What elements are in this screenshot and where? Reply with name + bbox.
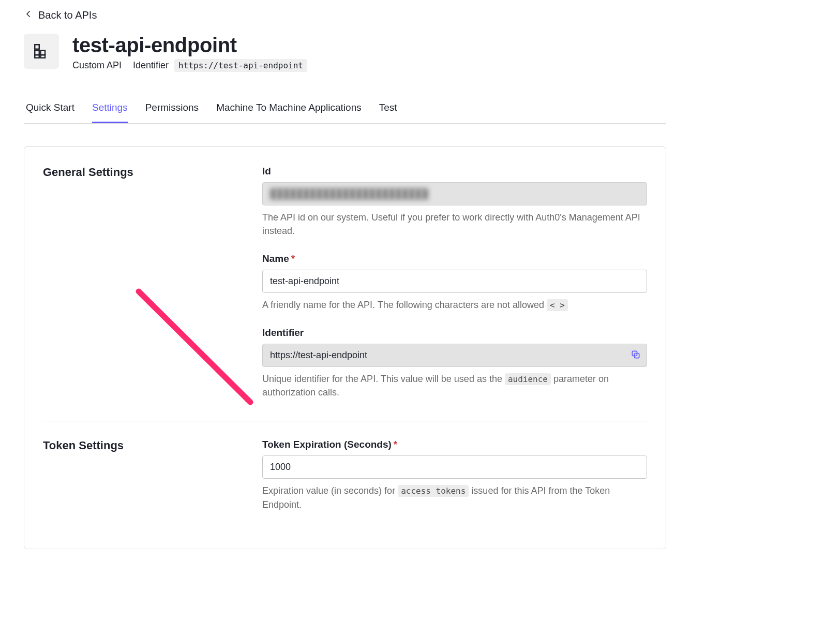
copy-identifier-button[interactable] [629, 349, 642, 362]
arrow-left-icon [24, 9, 33, 21]
back-to-apis-link[interactable]: Back to APIs [0, 5, 666, 24]
help-identifier: Unique identifier for the API. This valu… [262, 372, 647, 399]
help-token-expiration: Expiration value (in seconds) for access… [262, 484, 647, 511]
api-type-label: Custom API [72, 60, 122, 71]
field-name: Name* A friendly name for the API. The f… [262, 253, 647, 312]
svg-rect-4 [35, 55, 39, 58]
help-id: The API id on our system. Useful if you … [262, 211, 647, 238]
identifier-value-badge: https://test-api-endpoint [174, 59, 307, 72]
label-name: Name* [262, 253, 647, 264]
identifier-label: Identifier [133, 60, 169, 70]
label-id: Id [262, 166, 647, 177]
svg-rect-2 [41, 51, 46, 55]
help-name: A friendly name for the API. The followi… [262, 298, 647, 312]
tab-quick-start[interactable]: Quick Start [26, 102, 74, 123]
api-icon [24, 34, 59, 69]
label-token-expiration: Token Expiration (Seconds)* [262, 439, 647, 450]
settings-panel: General Settings Id ████████████████████… [24, 146, 666, 549]
svg-rect-0 [35, 45, 39, 49]
field-id: Id ████████████████████████ The API id o… [262, 166, 647, 238]
section-title-token: Token Settings [43, 439, 242, 526]
input-id: ████████████████████████ [262, 182, 647, 205]
tab-settings[interactable]: Settings [92, 102, 128, 123]
input-identifier: https://test-api-endpoint [262, 344, 647, 367]
tabs: Quick Start Settings Permissions Machine… [24, 102, 666, 124]
api-title-wrap: test-api-endpoint Custom API Identifier … [72, 34, 307, 71]
copy-icon [631, 349, 641, 362]
tab-m2m-applications[interactable]: Machine To Machine Applications [216, 102, 362, 123]
section-title-general: General Settings [43, 166, 242, 404]
field-identifier: Identifier https://test-api-endpoint Uni… [262, 327, 647, 399]
api-header: test-api-endpoint Custom API Identifier … [0, 24, 666, 71]
input-token-expiration[interactable] [262, 455, 647, 479]
label-identifier: Identifier [262, 327, 647, 339]
api-title: test-api-endpoint [72, 34, 307, 57]
section-general-settings: General Settings Id ████████████████████… [43, 166, 647, 421]
page-root: Back to APIs test-api-endpoint Custom AP… [0, 0, 666, 570]
svg-rect-3 [41, 55, 46, 58]
input-name[interactable] [262, 270, 647, 293]
back-link-label: Back to APIs [38, 9, 97, 21]
section-token-settings: Token Settings Token Expiration (Seconds… [43, 421, 647, 543]
tab-permissions[interactable]: Permissions [145, 102, 199, 123]
svg-rect-1 [35, 51, 39, 55]
tab-test[interactable]: Test [379, 102, 397, 123]
field-token-expiration: Token Expiration (Seconds)* Expiration v… [262, 439, 647, 511]
